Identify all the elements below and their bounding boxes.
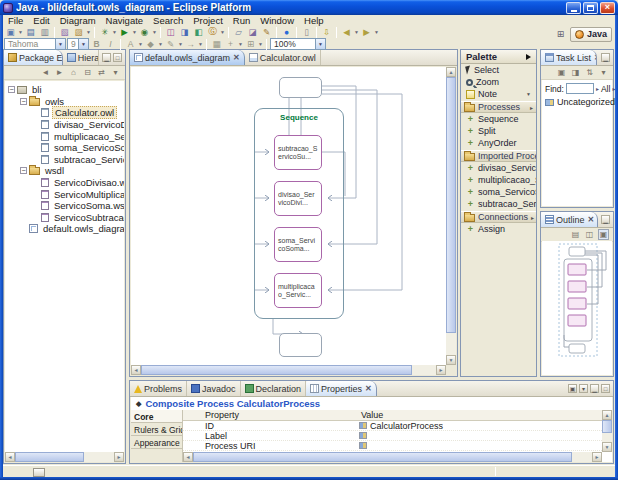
tab-problems[interactable]: Problems xyxy=(130,381,187,396)
tree-item-default-owls-diagram[interactable]: default.owls_diagram xyxy=(5,223,124,235)
chevron-left-icon[interactable]: ▸ xyxy=(596,85,599,92)
end-node[interactable] xyxy=(279,333,322,357)
new-owl-project-icon[interactable]: ▧ xyxy=(58,26,71,38)
view-menu-icon[interactable]: ▾ xyxy=(579,384,588,393)
categorize-icon[interactable]: ◨ xyxy=(570,67,581,78)
owls-wizard-icon[interactable]: ◨ xyxy=(178,26,191,38)
sync-icon[interactable]: ⇅ xyxy=(584,67,595,78)
tree-item-servicosubtracao-wsdl[interactable]: ServicoSubtracao.wsdl xyxy=(5,212,124,224)
scroll-left-icon[interactable]: ◄ xyxy=(131,365,141,375)
drawer-pin-icon[interactable]: ▸ xyxy=(530,104,533,111)
document-icon[interactable]: ▯ xyxy=(300,26,313,38)
tab-properties[interactable]: Properties ✕ xyxy=(306,381,377,396)
tab-calculator-owl[interactable]: Calculator.owl xyxy=(245,50,321,65)
outline-overview-mode-icon[interactable]: ◫ xyxy=(584,229,595,240)
tab-declaration[interactable]: Declaration xyxy=(241,381,307,396)
outline-tree-mode-icon[interactable]: ▤ xyxy=(570,229,581,240)
import-icon[interactable]: ◪ xyxy=(246,26,259,38)
ontology-wizard-icon[interactable]: ◧ xyxy=(192,26,205,38)
tree-item-owls[interactable]: − owls xyxy=(5,96,124,108)
tree-item-divisao-owl[interactable]: divisao_ServicoDivisao.owl xyxy=(5,119,124,131)
editor-hscrollbar[interactable]: ◄ ► xyxy=(131,365,446,375)
forward-dropdown-icon[interactable]: ▼ xyxy=(374,29,379,35)
zoom-combo[interactable]: 100% ▼ xyxy=(270,38,326,50)
print-icon[interactable]: ▥ xyxy=(38,26,51,38)
forward-icon[interactable]: ▶ xyxy=(360,26,373,38)
open-type-icon[interactable]: ▱ xyxy=(232,26,245,38)
new-folder-icon[interactable]: ▨ xyxy=(72,26,85,38)
restore-window-button[interactable] xyxy=(583,2,598,14)
font-size-combo[interactable]: 9 ▼ xyxy=(67,38,89,50)
link-editor-icon[interactable]: ⇄ xyxy=(96,67,107,78)
zoom-tool-icon[interactable]: + xyxy=(224,38,237,50)
editor-vscrollbar[interactable]: ▲ ▼ xyxy=(446,67,456,365)
side-tab-rulers-grid[interactable]: Rulers & Grid xyxy=(131,423,182,436)
external-tools-icon[interactable]: ◉ xyxy=(138,26,151,38)
minimize-view-icon[interactable]: ▁ xyxy=(590,384,599,393)
font-size-arrow-icon[interactable]: ▼ xyxy=(78,39,88,49)
open-perspective-icon[interactable]: ⊞ xyxy=(554,28,567,41)
palette-item-anyorder[interactable]: + AnyOrder xyxy=(461,137,536,149)
scroll-down-icon[interactable]: ▼ xyxy=(602,442,612,452)
owl-wizard-icon[interactable]: ◫ xyxy=(164,26,177,38)
web-browser-icon[interactable]: ● xyxy=(280,26,293,38)
tree-item-servicodivisao-wsdl[interactable]: ServicoDivisao.wsdl xyxy=(5,177,124,189)
debug-icon[interactable]: ✳ xyxy=(98,26,111,38)
debug-dropdown-icon[interactable]: ▼ xyxy=(112,29,117,35)
tree-item-bli[interactable]: − bli xyxy=(5,84,124,96)
font-combo-arrow-icon[interactable]: ▼ xyxy=(55,39,65,49)
collapse-icon[interactable]: − xyxy=(8,86,15,93)
arrow-style-icon[interactable]: → xyxy=(184,38,197,50)
property-row-id[interactable]: ID CalculatorProcess xyxy=(183,421,612,431)
pin-view-icon[interactable]: ▣ xyxy=(568,384,577,393)
tab-javadoc[interactable]: Javadoc xyxy=(187,381,241,396)
java-perspective-button[interactable]: Java xyxy=(570,27,612,42)
back-icon[interactable]: ◀ xyxy=(340,26,353,38)
tab-outline[interactable]: Outline ✕ xyxy=(541,212,598,227)
find-all-label[interactable]: All xyxy=(601,84,610,94)
start-node[interactable] xyxy=(279,77,322,98)
outline-body[interactable] xyxy=(542,241,612,375)
tree-item-soma-owl[interactable]: soma_ServicoSoma.owl xyxy=(5,142,124,154)
minimize-window-button[interactable] xyxy=(566,2,581,14)
scroll-right-icon[interactable]: ► xyxy=(114,452,124,462)
tree-item-wsdl[interactable]: − wsdl xyxy=(5,165,124,177)
bold-button[interactable]: B xyxy=(90,38,103,50)
outline-thumbnail-mode-icon[interactable]: ▣ xyxy=(598,229,609,240)
collapse-all-icon[interactable]: ⊟ xyxy=(82,67,93,78)
node-divisao[interactable]: divisao_ServicoDivi... xyxy=(274,181,322,216)
palette-item-soma[interactable]: + soma_ServicoSo... xyxy=(461,186,536,198)
scroll-right-icon[interactable]: ► xyxy=(592,452,602,462)
tree-item-calculator-owl[interactable]: Calculator.owl xyxy=(5,107,124,119)
scroll-up-icon[interactable]: ▲ xyxy=(602,410,612,420)
save-icon[interactable]: ▤ xyxy=(24,26,37,38)
new-wizard-icon[interactable]: ▣ xyxy=(4,26,17,38)
task-category-uncategorized[interactable]: Uncategorized xyxy=(542,96,612,108)
scroll-right-icon[interactable]: ► xyxy=(436,365,446,375)
new-task-icon[interactable]: ▣ xyxy=(556,67,567,78)
side-tab-core[interactable]: Core xyxy=(131,410,182,423)
palette-tool-note[interactable]: Note ▼ xyxy=(461,88,536,100)
scroll-left-icon[interactable]: ◄ xyxy=(183,452,193,462)
collapse-icon[interactable]: − xyxy=(20,98,27,105)
menu-file[interactable]: File xyxy=(3,15,28,26)
grid-icon[interactable]: ⊞ xyxy=(244,38,257,50)
package-explorer-hscrollbar[interactable]: ◄ ► xyxy=(5,452,124,462)
menu-search[interactable]: Search xyxy=(148,15,188,26)
tab-hierarchy[interactable]: Hierarchy xyxy=(63,50,99,65)
close-properties-icon[interactable]: ✕ xyxy=(364,384,372,393)
zoom-combo-arrow-icon[interactable]: ▼ xyxy=(315,39,325,49)
fast-view-icon[interactable] xyxy=(33,468,45,477)
tab-task-list[interactable]: Task List ✕ xyxy=(541,50,597,65)
last-edit-location-icon[interactable]: ⇩ xyxy=(320,26,333,38)
palette-tool-select[interactable]: Select xyxy=(461,64,536,76)
go-up-icon[interactable]: ⌂ xyxy=(68,67,79,78)
side-tab-appearance[interactable]: Appearance xyxy=(131,436,182,449)
tree-item-subtracao-owl[interactable]: subtracao_ServicoSubtracao.owl xyxy=(5,154,124,166)
menu-diagram[interactable]: Diagram xyxy=(55,15,101,26)
run-icon[interactable]: ▶ xyxy=(118,26,131,38)
menu-help[interactable]: Help xyxy=(299,15,329,26)
view-menu-icon[interactable]: ▾ xyxy=(110,67,121,78)
minimize-view-icon[interactable]: ▁ xyxy=(601,53,610,62)
note-dropdown-icon[interactable]: ▼ xyxy=(526,91,531,97)
